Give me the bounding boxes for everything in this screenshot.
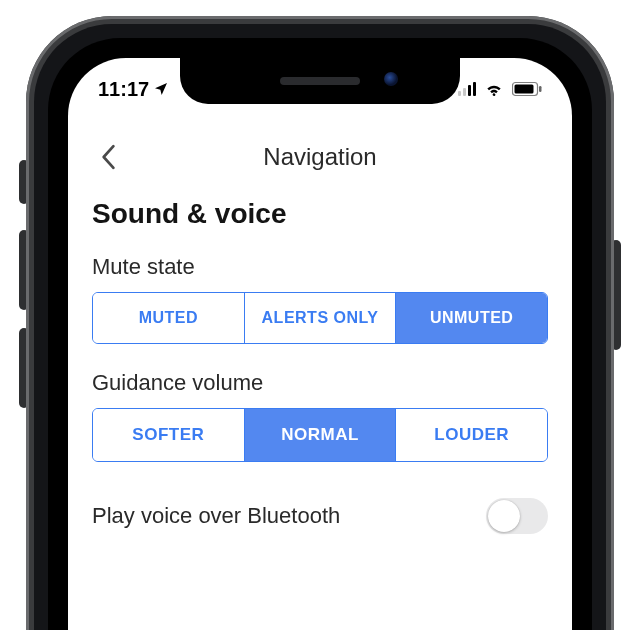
cellular-icon — [458, 82, 476, 96]
bluetooth-toggle[interactable] — [486, 498, 548, 534]
mute-state-muted[interactable]: MUTED — [93, 293, 245, 343]
nav-header: Navigation — [68, 132, 572, 182]
svg-rect-2 — [539, 86, 542, 92]
bluetooth-label: Play voice over Bluetooth — [92, 503, 340, 529]
guidance-volume-segmented: SOFTER NORMAL LOUDER — [92, 408, 548, 462]
bluetooth-row: Play voice over Bluetooth — [92, 488, 548, 534]
guidance-volume-label: Guidance volume — [92, 370, 548, 396]
section-title: Sound & voice — [92, 198, 548, 230]
mute-state-unmuted[interactable]: UNMUTED — [396, 293, 547, 343]
page-title: Navigation — [263, 143, 376, 171]
guidance-volume-normal[interactable]: NORMAL — [245, 409, 397, 461]
screen: 11:17 — [68, 58, 572, 630]
toggle-knob — [488, 500, 520, 532]
phone-frame-inner: 11:17 — [48, 38, 592, 630]
location-arrow-icon — [153, 81, 169, 97]
mute-state-alerts-only[interactable]: ALERTS ONLY — [245, 293, 397, 343]
chevron-left-icon — [100, 144, 116, 170]
stage: 11:17 — [0, 10, 640, 630]
guidance-volume-softer[interactable]: SOFTER — [93, 409, 245, 461]
guidance-volume-louder[interactable]: LOUDER — [396, 409, 547, 461]
phone-frame-mid: 11:17 — [34, 24, 606, 630]
svg-rect-1 — [515, 85, 534, 94]
status-left: 11:17 — [98, 78, 169, 101]
mute-state-label: Mute state — [92, 254, 548, 280]
phone-frame: 11:17 — [26, 16, 614, 630]
wifi-icon — [484, 81, 504, 97]
status-right — [458, 81, 542, 97]
mute-state-segmented: MUTED ALERTS ONLY UNMUTED — [92, 292, 548, 344]
status-time: 11:17 — [98, 78, 149, 101]
status-bar: 11:17 — [68, 74, 572, 104]
battery-icon — [512, 81, 542, 97]
content: Sound & voice Mute state MUTED ALERTS ON… — [92, 198, 548, 630]
back-button[interactable] — [88, 137, 128, 177]
